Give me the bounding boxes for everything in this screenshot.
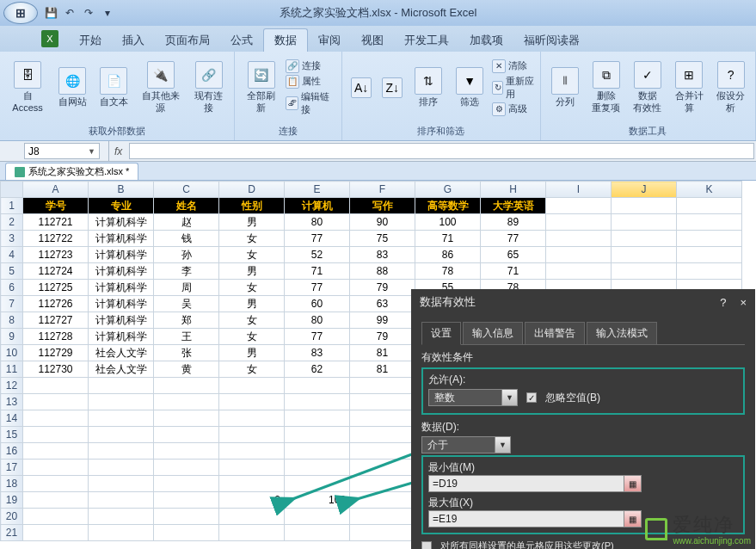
sort-asc-button[interactable]: A↓ [347,76,375,100]
cell[interactable] [154,460,219,476]
cell[interactable]: 男 [219,296,285,312]
cell[interactable]: 100 [415,214,481,231]
cell[interactable] [350,427,415,443]
cell[interactable]: 71 [481,263,546,280]
cell[interactable]: 社会人文学 [89,345,154,361]
cell[interactable] [23,525,89,541]
cell[interactable] [350,509,415,525]
col-header[interactable]: D [219,182,285,198]
cell[interactable] [285,460,350,476]
cell[interactable] [154,410,219,427]
cell[interactable]: 112725 [23,280,89,296]
row-header[interactable]: 6 [1,280,23,296]
data-header-cell[interactable]: 计算机 [285,198,350,214]
cell[interactable]: 112721 [23,214,89,231]
refresh-all-button[interactable]: 🔄全部刷新 [240,59,282,114]
cell[interactable] [612,247,677,263]
row-header[interactable]: 14 [1,410,23,427]
cell[interactable]: 王 [154,329,219,345]
cell[interactable]: 78 [415,263,481,280]
cell[interactable]: 赵 [154,214,219,231]
cell[interactable] [23,476,89,492]
ignore-blank-checkbox[interactable]: ✓ [526,392,537,403]
cell[interactable]: 孙 [154,247,219,263]
from-web-button[interactable]: 🌐自网站 [53,65,91,109]
cell[interactable]: 99 [350,312,415,329]
cell[interactable] [154,443,219,460]
cell[interactable] [219,509,285,525]
row-header[interactable]: 9 [1,329,23,345]
cell[interactable] [285,378,350,394]
dlg-tab-settings[interactable]: 设置 [421,322,461,345]
tab-developer[interactable]: 开发工具 [394,29,459,52]
cell[interactable]: 计算机科学 [89,247,154,263]
cell[interactable]: 计算机科学 [89,214,154,231]
cell[interactable] [89,525,154,541]
cell[interactable] [677,198,742,214]
cell[interactable]: 62 [285,361,350,378]
cell[interactable] [546,247,612,263]
remove-duplicates-button[interactable]: ⧉删除 重复项 [587,59,625,114]
cell[interactable] [219,443,285,460]
cell[interactable]: 112728 [23,329,89,345]
tab-foxit[interactable]: 福昕阅读器 [513,29,590,52]
cell[interactable]: 80 [285,214,350,231]
whatif-button[interactable]: ?假设分析 [711,59,750,114]
select-all-corner[interactable] [1,182,23,198]
cell[interactable] [23,410,89,427]
cell[interactable]: 郑 [154,312,219,329]
from-text-button[interactable]: 📄自文本 [95,65,132,109]
cell[interactable]: 计算机科学 [89,231,154,247]
cell[interactable]: 100 [285,492,350,509]
cell[interactable]: 112730 [23,361,89,378]
cell[interactable] [154,378,219,394]
cell[interactable]: 79 [350,329,415,345]
name-box-dropdown-icon[interactable]: ▼ [88,147,95,156]
range-picker-icon[interactable]: ▦ [624,476,641,491]
cell[interactable] [350,492,415,509]
cell[interactable]: 90 [350,214,415,231]
range-picker-icon[interactable]: ▦ [624,511,641,527]
save-icon[interactable]: 💾 [43,5,58,21]
cell[interactable]: 计算机科学 [89,263,154,280]
advanced-button[interactable]: ⚙高级 [492,102,534,116]
col-header[interactable]: B [89,182,154,198]
cell[interactable] [219,427,285,443]
cell[interactable]: 71 [285,263,350,280]
data-header-cell[interactable]: 姓名 [154,198,219,214]
cell[interactable]: 张 [154,345,219,361]
col-header[interactable]: F [350,182,415,198]
row-header[interactable]: 7 [1,296,23,312]
redo-icon[interactable]: ↷ [81,5,96,21]
workbook-tab[interactable]: 系统之家实验文档.xlsx * [5,163,138,180]
cell[interactable]: 81 [350,345,415,361]
cell[interactable]: 112726 [23,296,89,312]
cell[interactable]: 李 [154,263,219,280]
cell[interactable]: 89 [481,214,546,231]
data-header-cell[interactable]: 学号 [23,198,89,214]
cell[interactable]: 社会人文学 [89,361,154,378]
cell[interactable] [23,492,89,509]
consolidate-button[interactable]: ⊞合并计算 [670,59,709,114]
col-header[interactable]: K [677,182,742,198]
row-header[interactable]: 10 [1,345,23,361]
cell[interactable]: 女 [219,329,285,345]
tab-data[interactable]: 数据 [263,28,308,52]
cell[interactable]: 63 [350,296,415,312]
data-header-cell[interactable]: 写作 [350,198,415,214]
from-access-button[interactable]: 🗄自 Access [5,59,50,114]
col-header[interactable]: I [546,182,612,198]
office-button[interactable]: ⊞ [3,2,38,24]
reapply-button[interactable]: ↻重新应用 [492,75,534,101]
cell[interactable] [350,378,415,394]
properties-button[interactable]: 📋属性 [286,75,336,89]
cell[interactable]: 女 [219,247,285,263]
sort-desc-button[interactable]: Z↓ [378,76,406,100]
row-header[interactable]: 12 [1,378,23,394]
cell[interactable] [154,394,219,410]
data-header-cell[interactable]: 大学英语 [481,198,546,214]
row-header[interactable]: 3 [1,231,23,247]
cell[interactable]: 男 [219,214,285,231]
col-header[interactable]: E [285,182,350,198]
dlg-tab-error[interactable]: 出错警告 [525,322,585,344]
